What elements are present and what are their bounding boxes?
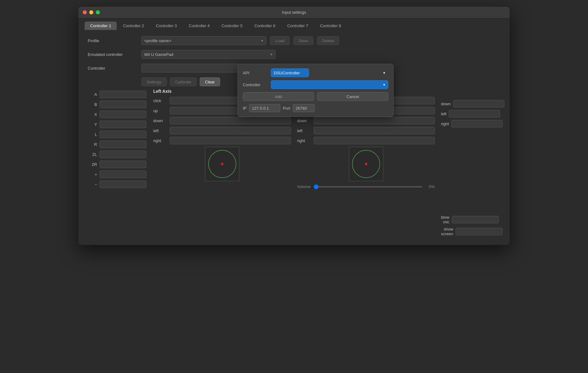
dsu-ip-label: IP bbox=[243, 106, 247, 111]
btn-x-input[interactable] bbox=[100, 111, 146, 118]
left-right-label: right bbox=[153, 138, 167, 143]
profile-row: Profile <profile name> ▼ Load Save Delet… bbox=[88, 36, 500, 45]
profile-select[interactable]: <profile name> bbox=[141, 36, 266, 45]
volume-slider[interactable] bbox=[314, 186, 422, 187]
maximize-button[interactable] bbox=[96, 10, 100, 14]
dsu-controller-label: Controller bbox=[243, 82, 268, 87]
btn-x-label: X bbox=[88, 112, 97, 117]
settings-button[interactable]: Settings bbox=[141, 77, 167, 86]
emulated-select-wrapper: Wii U GamePad ▼ bbox=[141, 50, 276, 59]
extras-section: blow mic show screen bbox=[441, 215, 497, 236]
save-button[interactable]: Save bbox=[293, 36, 313, 45]
left-axis-left: left bbox=[153, 127, 291, 134]
right-down-input[interactable] bbox=[314, 117, 435, 124]
minimize-button[interactable] bbox=[89, 10, 93, 14]
btn-r-label: R bbox=[88, 142, 97, 147]
controller-section: Controller ▼ + − Settings Calibrate Clea… bbox=[88, 64, 500, 86]
dpad-down-input[interactable] bbox=[453, 100, 504, 107]
load-button[interactable]: Load bbox=[270, 36, 290, 45]
right-right-input[interactable] bbox=[314, 137, 435, 144]
dsu-api-select[interactable]: DSUController bbox=[271, 68, 309, 77]
dsu-cancel-button[interactable]: Cancel bbox=[317, 92, 388, 101]
btn-y-label: Y bbox=[88, 122, 97, 127]
dsu-ip-input[interactable] bbox=[249, 104, 280, 112]
btn-b-label: B bbox=[88, 102, 97, 107]
tab-controller-1[interactable]: Controller 1 bbox=[85, 22, 117, 30]
btn-minus-input[interactable] bbox=[100, 181, 146, 188]
dsu-api-select-arrow: ▼ bbox=[383, 71, 386, 75]
dpad-left: left bbox=[441, 110, 497, 117]
btn-y-input[interactable] bbox=[100, 121, 146, 128]
btn-l-label: L bbox=[88, 132, 97, 137]
dsu-add-button[interactable]: Add bbox=[243, 92, 314, 101]
dsu-api-label: API bbox=[243, 71, 268, 75]
controller-tabs: Controller 1 Controller 2 Controller 3 C… bbox=[78, 18, 510, 30]
left-click-label: click bbox=[153, 98, 167, 103]
dpad-right-input[interactable] bbox=[451, 120, 502, 127]
dpad-down: down bbox=[441, 100, 497, 107]
tab-controller-4[interactable]: Controller 4 bbox=[183, 22, 215, 30]
tab-controller-2[interactable]: Controller 2 bbox=[117, 22, 149, 30]
show-screen-label: show screen bbox=[441, 227, 453, 236]
dsu-controller-select-wrapper: ▼ bbox=[271, 80, 388, 89]
dsu-port-label: Port bbox=[283, 106, 290, 111]
btn-a-label: A bbox=[88, 92, 97, 97]
dsu-ip-row: IP Port bbox=[243, 104, 388, 112]
clear-button[interactable]: Clear bbox=[200, 77, 220, 86]
dpad-left-input[interactable] bbox=[449, 110, 500, 117]
volume-label: Volume bbox=[297, 184, 311, 189]
right-joystick-dot bbox=[365, 163, 367, 165]
right-down-label: down bbox=[297, 118, 311, 123]
left-joystick-dot bbox=[221, 163, 223, 165]
left-down-input[interactable] bbox=[170, 117, 291, 124]
btn-r-input[interactable] bbox=[100, 141, 146, 148]
emulated-select[interactable]: Wii U GamePad bbox=[141, 50, 276, 59]
delete-button[interactable]: Delete bbox=[317, 36, 340, 45]
right-left-input[interactable] bbox=[314, 127, 435, 134]
dpad-extras-column: down left right blow mic bbox=[438, 89, 500, 239]
left-joystick-viz bbox=[205, 147, 239, 181]
window-controls bbox=[83, 10, 100, 14]
tab-controller-8[interactable]: Controller 8 bbox=[314, 22, 346, 30]
button-row-r: R bbox=[88, 141, 150, 148]
button-row-plus: + bbox=[88, 171, 150, 178]
tab-controller-7[interactable]: Controller 7 bbox=[282, 22, 314, 30]
tab-controller-5[interactable]: Controller 5 bbox=[216, 22, 248, 30]
btn-b-input[interactable] bbox=[100, 101, 146, 108]
right-axis-right: right bbox=[297, 137, 435, 144]
right-axis-left: left bbox=[297, 127, 435, 134]
btn-l-input[interactable] bbox=[100, 131, 146, 138]
button-row-y: Y bbox=[88, 121, 150, 128]
button-row-zl: ZL bbox=[88, 151, 150, 158]
dsu-port-input[interactable] bbox=[293, 104, 315, 112]
btn-a-input[interactable] bbox=[100, 91, 146, 98]
volume-row: Volume 0% bbox=[297, 184, 435, 189]
close-button[interactable] bbox=[83, 10, 87, 14]
btn-plus-input[interactable] bbox=[100, 171, 146, 178]
calibrate-button[interactable]: Calibrate bbox=[170, 77, 197, 86]
left-right-input[interactable] bbox=[170, 137, 291, 144]
volume-pct: 0% bbox=[425, 184, 435, 189]
show-screen-input[interactable] bbox=[456, 228, 502, 235]
btn-zr-input[interactable] bbox=[100, 161, 146, 168]
tab-controller-6[interactable]: Controller 6 bbox=[249, 22, 281, 30]
dsu-popup: API DSUController ▼ Controller ▼ bbox=[238, 64, 394, 117]
btn-zr-label: ZR bbox=[88, 162, 97, 167]
window-title: Input settings bbox=[282, 10, 306, 15]
left-left-input[interactable] bbox=[170, 127, 291, 134]
left-left-label: left bbox=[153, 128, 167, 133]
tab-controller-3[interactable]: Controller 3 bbox=[150, 22, 182, 30]
btn-plus-label: + bbox=[88, 172, 97, 177]
btn-zl-input[interactable] bbox=[100, 151, 146, 158]
btn-zl-label: ZL bbox=[88, 152, 97, 157]
right-axis-down: down bbox=[297, 117, 435, 124]
right-joystick-viz bbox=[349, 147, 383, 181]
left-down-label: down bbox=[153, 118, 167, 123]
dsu-controller-select[interactable] bbox=[271, 80, 388, 89]
emulated-label: Emulated controller bbox=[88, 52, 138, 57]
blow-mic-input[interactable] bbox=[452, 216, 499, 223]
dpad-section: down left right bbox=[441, 100, 497, 127]
left-joystick-circle bbox=[208, 150, 236, 178]
button-row-l: L bbox=[88, 131, 150, 138]
dpad-left-label: left bbox=[441, 112, 446, 116]
